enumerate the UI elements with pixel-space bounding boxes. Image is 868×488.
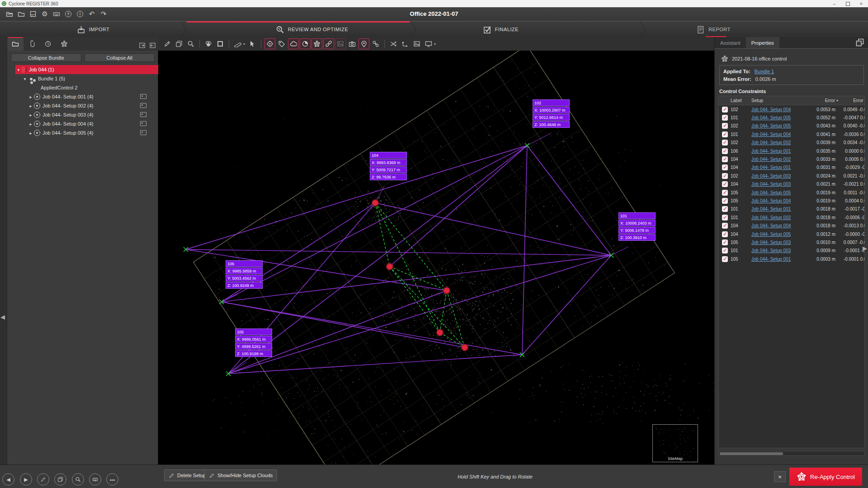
constraint-row[interactable]: 105 Job 044- Setup 004 0.0019 m 0.0004 0…: [719, 197, 864, 205]
control-point-label-101[interactable]: 101 X: 10008.2403 m Y: 5006.1478 m Z: 10…: [618, 212, 656, 241]
forward-button[interactable]: ▶: [20, 474, 32, 486]
tree-row[interactable]: ▾ Job 044 (1): [15, 65, 158, 74]
constraint-setup-link[interactable]: Job 044- Setup 005: [751, 232, 791, 237]
setup-image-icon[interactable]: [140, 130, 146, 135]
sidebar-tab-project[interactable]: [7, 37, 24, 51]
constraint-row[interactable]: 102 Job 044- Setup 005 0.0043 m 0.0040 -…: [719, 122, 864, 130]
device-button[interactable]: [51, 9, 62, 19]
constraint-setup-link[interactable]: Job 044- Setup 004: [751, 223, 791, 228]
toggle-coverage-icon[interactable]: [300, 38, 311, 49]
tree-row[interactable]: ▸ Job 044- Setup 004 (4): [7, 119, 158, 128]
tab-assistant[interactable]: Assistant: [715, 37, 746, 48]
constraint-setup-link[interactable]: Job 044- Setup 003: [751, 182, 791, 187]
tree-row[interactable]: ▸ Job 044- Setup 001 (4): [7, 92, 158, 101]
table-hscrollbar[interactable]: [718, 451, 865, 456]
tab-review-and-optimize[interactable]: REVIEW AND OPTIMIZE: [181, 21, 415, 38]
dock-left-icon[interactable]: [137, 40, 147, 51]
tab-import[interactable]: IMPORT: [0, 21, 186, 38]
tab-properties[interactable]: Properties: [746, 37, 779, 48]
tree-expander[interactable]: ▸: [28, 113, 34, 117]
constraint-row[interactable]: 102 Job 044- Setup 003 0.0024 m 0.0021 -…: [719, 172, 864, 180]
collapse-all-button[interactable]: Collapse All: [85, 53, 155, 62]
constraint-checkbox[interactable]: [722, 156, 728, 162]
control-point-label-102[interactable]: 102 X: 10003.2907 m Y: 5012.6614 m Z: 10…: [533, 99, 570, 128]
constraint-row[interactable]: 101 Job 044- Setup 004 0.0041 m -0.0036 …: [719, 130, 864, 138]
layers-icon[interactable]: [174, 38, 184, 49]
display-dropdown-caret[interactable]: ▾: [434, 42, 436, 46]
control-point-label-104[interactable]: 104 X: 9993.8369 m Y: 5009.7217 m Z: 99.…: [370, 152, 407, 181]
constraint-checkbox[interactable]: [722, 107, 728, 113]
constraint-checkbox[interactable]: [722, 198, 728, 204]
storage-button[interactable]: [27, 9, 39, 19]
dock-right-icon[interactable]: [147, 40, 158, 51]
annotate-icon[interactable]: [162, 38, 173, 49]
close-button[interactable]: ×: [860, 1, 863, 6]
col-label[interactable]: Label: [731, 98, 751, 103]
constraint-checkbox[interactable]: [722, 123, 728, 129]
toggle-geotags-icon[interactable]: [359, 38, 369, 49]
tree-expander[interactable]: ▾: [15, 67, 22, 72]
setup-image-icon[interactable]: [140, 121, 146, 126]
constraint-setup-link[interactable]: Job 044- Setup 005: [751, 190, 791, 195]
constraint-checkbox[interactable]: [722, 148, 728, 154]
constraint-row[interactable]: 101 Job 044- Setup 001 0.0018 m -0.0017 …: [719, 205, 864, 213]
camera-icon[interactable]: [347, 38, 358, 49]
constraint-row[interactable]: 105 Job 044- Setup 001 0.0003 m -0.0001 …: [719, 255, 864, 263]
tree-expander[interactable]: ▸: [28, 131, 34, 136]
open-project-button[interactable]: [4, 9, 15, 19]
tree-row[interactable]: ▸ Job 044- Setup 005 (4): [7, 128, 158, 137]
keyboard-button[interactable]: [89, 474, 101, 486]
constraint-row[interactable]: 104 Job 044- Setup 005 0.0012 m -0.0000 …: [719, 230, 864, 238]
constraint-row[interactable]: 102 Job 044- Setup 002 0.0039 m 0.0034 -…: [719, 139, 864, 147]
back-button[interactable]: ◀: [2, 474, 14, 486]
constraint-row[interactable]: 101 Job 044- Setup 002 0.0018 m -0.0006 …: [719, 213, 864, 221]
panel-layout-icon[interactable]: [855, 38, 864, 48]
toggle-labels-icon[interactable]: [276, 38, 287, 49]
col-setup[interactable]: Setup: [751, 98, 808, 103]
display-mode-icon[interactable]: [423, 38, 434, 49]
constraint-row[interactable]: 101 Job 044- Setup 005 0.0052 m -0.0047 …: [719, 113, 864, 122]
dismiss-button[interactable]: ×: [774, 471, 786, 482]
col-error[interactable]: Error▾: [808, 98, 838, 103]
constraint-setup-link[interactable]: Job 044- Setup 004: [751, 198, 791, 203]
copy-button[interactable]: [54, 474, 66, 486]
constraint-checkbox[interactable]: [722, 181, 728, 187]
zoom-region-icon[interactable]: [185, 38, 196, 49]
tree-row[interactable]: AppliedControl 2: [7, 83, 158, 92]
constraint-setup-link[interactable]: Job 044- Setup 005: [751, 123, 791, 128]
toggle-links-icon[interactable]: [323, 38, 334, 49]
constraint-checkbox[interactable]: [722, 173, 728, 179]
settings-gear-icon[interactable]: ⚙: [39, 9, 51, 19]
minimize-button[interactable]: –: [833, 1, 835, 6]
setup-image-icon[interactable]: [140, 94, 146, 99]
tree-row[interactable]: ▸ Job 044- Setup 003 (4): [7, 110, 158, 119]
point-cloud-viewport[interactable]: 102 X: 10003.2907 m Y: 5012.6614 m Z: 10…: [158, 51, 714, 465]
screenshot-icon[interactable]: [411, 38, 422, 49]
sidebar-collapse-arrow[interactable]: ◀: [0, 314, 5, 320]
constraint-setup-link[interactable]: Job 044- Setup 004: [751, 107, 791, 112]
tree-row[interactable]: ▾ Bundle 1 (5): [7, 74, 158, 83]
constraint-row[interactable]: 104 Job 044- Setup 003 0.0021 m -0.0021 …: [719, 180, 864, 188]
panel-expand-arrow[interactable]: ▶: [863, 245, 867, 252]
setup-image-icon[interactable]: [140, 112, 146, 117]
setup-image-icon[interactable]: [140, 103, 146, 108]
frame-icon[interactable]: [215, 38, 226, 49]
tab-finalize[interactable]: FINALIZE: [410, 21, 645, 38]
show-hide-setup-clouds-button[interactable]: Show/Hide Setup Clouds: [204, 469, 277, 481]
sidebar-tab-history[interactable]: [40, 37, 56, 51]
maximize-button[interactable]: [846, 2, 850, 6]
applied-to-link[interactable]: Bundle 1: [755, 69, 774, 74]
constraint-row[interactable]: 105 Job 044- Setup 005 0.0019 m 0.0011 -…: [719, 188, 864, 197]
constraint-setup-link[interactable]: Job 044- Setup 002: [751, 215, 791, 220]
tree-expander[interactable]: ▸: [28, 122, 34, 127]
help-button[interactable]: ?: [62, 9, 74, 19]
cloud-color-icon[interactable]: [203, 38, 214, 49]
toggle-setups-icon[interactable]: [264, 38, 275, 49]
toggle-bundle-icon[interactable]: [311, 38, 322, 49]
constraint-checkbox[interactable]: [722, 215, 728, 221]
constraint-checkbox[interactable]: [722, 248, 728, 253]
control-point-label-106[interactable]: 106 X: 9985.5859 m Y: 5003.4562 m Z: 100…: [226, 260, 263, 289]
collapse-bundle-button[interactable]: Collapse Bundle: [11, 53, 81, 62]
tree-expander[interactable]: ▸: [28, 103, 34, 108]
tree-row[interactable]: ▸ Job 044- Setup 002 (4): [7, 101, 158, 110]
